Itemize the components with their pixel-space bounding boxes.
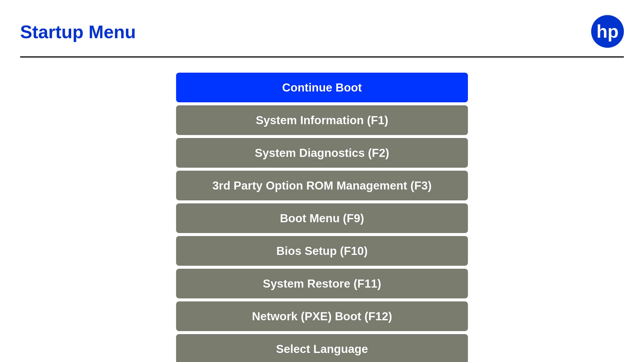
menu-button-system-diagnostics[interactable]: System Diagnostics (F2) <box>176 138 468 168</box>
header: Startup Menu hp <box>0 0 644 56</box>
svg-text:hp: hp <box>596 21 619 41</box>
menu-button-network-boot[interactable]: Network (PXE) Boot (F12) <box>176 301 468 331</box>
menu-button-system-restore[interactable]: System Restore (F11) <box>176 269 468 298</box>
menu-container: Continue BootSystem Information (F1)Syst… <box>0 73 644 362</box>
menu-button-system-information[interactable]: System Information (F1) <box>176 105 468 135</box>
divider <box>20 56 624 58</box>
menu-button-bios-setup[interactable]: Bios Setup (F10) <box>176 236 468 266</box>
hp-logo: hp <box>591 15 624 49</box>
menu-button-select-language[interactable]: Select Language <box>176 334 468 362</box>
menu-button-boot-menu[interactable]: Boot Menu (F9) <box>176 203 468 233</box>
page-title: Startup Menu <box>20 22 136 42</box>
menu-button-continue-boot[interactable]: Continue Boot <box>176 73 468 102</box>
menu-button-3rd-party-rom[interactable]: 3rd Party Option ROM Management (F3) <box>176 171 468 200</box>
